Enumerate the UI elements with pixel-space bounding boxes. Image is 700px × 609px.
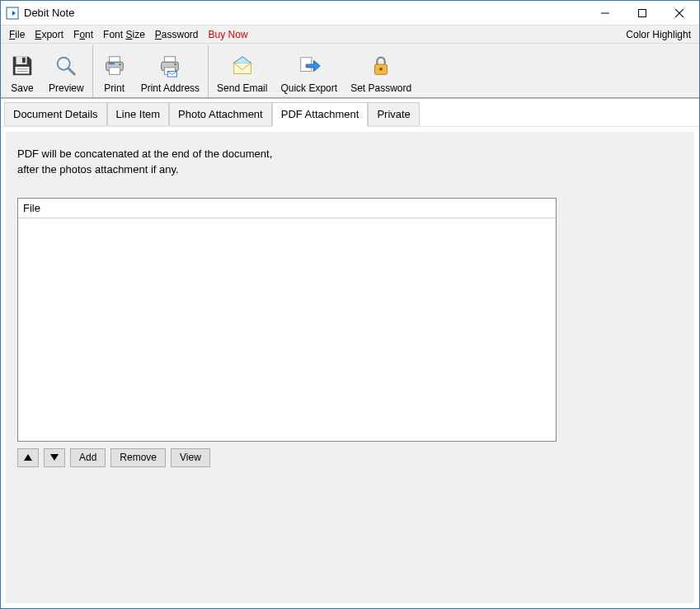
tab-strip: Document Details Line Item Photo Attachm… <box>1 99 699 127</box>
app-window: Debit Note File Export Font Font Size Pa… <box>0 0 700 609</box>
lock-icon <box>368 53 394 79</box>
menu-font[interactable]: Font <box>68 27 98 42</box>
file-list-actions: Add Remove View <box>17 448 683 467</box>
svg-rect-16 <box>108 63 115 64</box>
svg-rect-6 <box>22 58 26 63</box>
menu-export[interactable]: Export <box>30 27 68 42</box>
svg-rect-12 <box>109 57 120 63</box>
tab-content-pdf: PDF will be concatenated at the end of t… <box>6 132 694 603</box>
svg-point-20 <box>175 63 177 66</box>
svg-rect-7 <box>16 67 30 73</box>
remove-button[interactable]: Remove <box>110 448 166 467</box>
tool-group-actions: Send Email Quick Export <box>209 45 420 97</box>
window-controls <box>586 2 698 25</box>
send-email-button[interactable]: Send Email <box>210 45 274 97</box>
svg-rect-2 <box>638 9 646 16</box>
minimize-button[interactable] <box>586 2 623 25</box>
move-up-button[interactable] <box>17 448 39 467</box>
view-button[interactable]: View <box>171 448 210 467</box>
export-arrow-icon <box>296 53 322 79</box>
tab-pdf-attachment[interactable]: PDF Attachment <box>272 102 369 127</box>
menu-file[interactable]: File <box>4 27 30 42</box>
triangle-up-icon <box>23 453 33 461</box>
save-button[interactable]: Save <box>2 45 42 97</box>
app-icon <box>6 7 19 20</box>
svg-point-15 <box>119 63 121 66</box>
print-address-button[interactable]: Print Address <box>134 45 206 97</box>
triangle-down-icon <box>49 453 59 461</box>
file-column-header[interactable]: File <box>18 199 556 218</box>
svg-line-11 <box>68 68 75 75</box>
svg-rect-14 <box>109 68 120 74</box>
file-list[interactable]: File <box>17 198 557 442</box>
printer-address-icon <box>157 53 183 79</box>
menu-bar: File Export Font Font Size Password Buy … <box>1 26 699 44</box>
title-bar: Debit Note <box>1 1 699 26</box>
close-button[interactable] <box>660 2 698 25</box>
menu-password[interactable]: Password <box>150 27 204 42</box>
svg-point-25 <box>379 68 383 71</box>
set-password-button[interactable]: Set Password <box>344 45 418 97</box>
preview-button[interactable]: Preview <box>42 45 91 97</box>
magnifier-icon <box>53 53 79 79</box>
content-area: Document Details Line Item Photo Attachm… <box>1 98 699 608</box>
tool-group-file: Save Preview <box>1 45 93 97</box>
quick-export-button[interactable]: Quick Export <box>274 45 344 97</box>
menu-buy-now[interactable]: Buy Now <box>204 27 253 42</box>
tab-photo-attachment[interactable]: Photo Attachment <box>169 102 272 126</box>
tab-private[interactable]: Private <box>368 102 419 126</box>
menu-color-highlight[interactable]: Color Highlight <box>621 27 696 42</box>
maximize-button[interactable] <box>623 2 660 25</box>
print-button[interactable]: Print <box>95 45 134 97</box>
tool-group-print: Print Print Address <box>93 45 209 97</box>
printer-icon <box>101 53 128 79</box>
svg-rect-17 <box>165 57 176 63</box>
menu-font-size[interactable]: Font Size <box>98 27 150 42</box>
save-icon <box>9 53 35 79</box>
envelope-icon <box>229 53 256 79</box>
pdf-info-text: PDF will be concatenated at the end of t… <box>17 147 683 178</box>
tab-document-details[interactable]: Document Details <box>4 102 107 126</box>
toolbar: Save Preview <box>1 44 699 98</box>
move-down-button[interactable] <box>44 448 65 467</box>
tab-line-item[interactable]: Line Item <box>107 102 169 126</box>
window-title: Debit Note <box>24 7 586 19</box>
add-button[interactable]: Add <box>70 448 106 467</box>
